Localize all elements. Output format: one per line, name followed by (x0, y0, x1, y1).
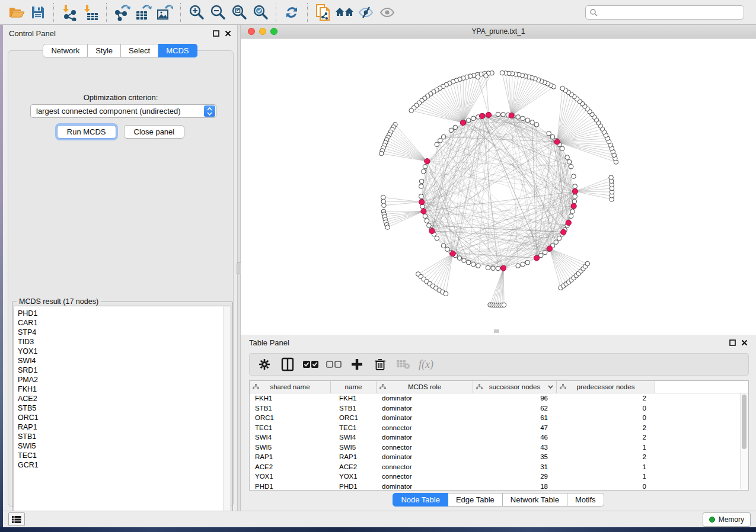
table-row[interactable]: PHD1PHD1dominator180 (250, 482, 748, 492)
tab-edge-table[interactable]: Edge Table (448, 493, 503, 507)
column-header-predecessor-nodes[interactable]: predecessor nodes (557, 381, 655, 393)
float-window-button[interactable] (213, 30, 219, 37)
clear-selection-button[interactable] (325, 355, 343, 373)
table-row[interactable]: TEC1TEC1connector472 (250, 423, 748, 433)
mcds-node-item[interactable]: GCR1 (14, 460, 231, 470)
toolbar-separator (276, 3, 276, 22)
mcds-node-item[interactable]: STB1 (14, 432, 231, 441)
memory-label: Memory (719, 515, 744, 524)
export-image-button[interactable] (154, 2, 176, 23)
export-table-button[interactable] (133, 2, 154, 23)
export-network-button[interactable] (111, 2, 133, 23)
table-row[interactable]: ORC1ORC1dominator610 (250, 413, 748, 423)
tab-select[interactable]: Select (121, 44, 158, 57)
table-row[interactable]: ACE2ACE2connector311 (250, 462, 748, 472)
optimization-criterion-select[interactable]: largest connected component (undirected) (30, 104, 216, 118)
table-scrollbar-thumb[interactable] (742, 395, 747, 449)
tab-network[interactable]: Network (43, 44, 88, 57)
column-header-name[interactable]: name (331, 381, 377, 393)
table-scrollbar-track[interactable] (740, 393, 748, 489)
import-network-icon (62, 4, 77, 21)
column-header-successor-nodes[interactable]: successor nodes (473, 381, 557, 393)
export-table-icon (135, 4, 152, 21)
table-toolbar: f(x) (249, 353, 749, 376)
refresh-button[interactable] (281, 2, 302, 23)
mcds-node-item[interactable]: FKH1 (14, 384, 231, 394)
table-settings-button[interactable] (256, 355, 273, 373)
mcds-node-item[interactable]: SWI4 (14, 356, 231, 366)
mcds-node-item[interactable]: ACE2 (14, 394, 231, 403)
mcds-node-item[interactable]: YOX1 (14, 347, 231, 356)
zoom-out-button[interactable] (207, 2, 228, 23)
list-scrollbar-track[interactable] (223, 306, 231, 521)
open-file-button[interactable] (6, 2, 27, 23)
mcds-node-item[interactable]: TEC1 (14, 451, 231, 460)
mcds-node-item[interactable]: ORC1 (14, 413, 231, 422)
mcds-node-item[interactable]: SWI5 (14, 441, 231, 451)
import-table-button[interactable] (80, 2, 101, 23)
column-header-shared-name[interactable]: shared name (250, 381, 331, 393)
control-panel: Control Panel Optimization criterion: la… (3, 25, 237, 511)
tab-network-table[interactable]: Network Table (503, 493, 567, 507)
mcds-tab-panel: Optimization criterion: largest connecte… (8, 50, 234, 507)
save-floppy-icon (31, 5, 45, 20)
status-bar: Memory (3, 511, 756, 527)
close-panel-pushbutton[interactable]: Close panel (124, 125, 185, 139)
mcds-node-item[interactable]: PHD1 (14, 309, 231, 318)
desktop-wallpaper-left (0, 25, 3, 527)
mcds-node-item[interactable]: TID3 (14, 337, 231, 347)
toolbar-separator (307, 3, 308, 22)
mcds-node-item[interactable]: CAR1 (14, 318, 231, 328)
tab-node-table[interactable]: Node Table (393, 493, 448, 507)
select-stepper-icon (204, 105, 215, 117)
zoom-fit-icon (231, 4, 247, 21)
close-panel-button[interactable] (225, 30, 231, 37)
zoom-fit-button[interactable] (228, 2, 250, 23)
mcds-node-item[interactable]: SRD1 (14, 366, 231, 375)
table-row[interactable]: RAP1RAP1dominator352 (250, 452, 748, 462)
zoom-out-icon (209, 4, 226, 21)
network-canvas[interactable] (241, 39, 756, 335)
table-row[interactable]: SWI5SWI5connector431 (250, 443, 748, 453)
network-window-title: YPA_prune.txt_1 (241, 27, 756, 36)
table-row[interactable]: FKH1FKH1dominator962 (250, 393, 748, 403)
table-row[interactable]: YOX1YOX1connector291 (250, 472, 748, 482)
control-panel-title: Control Panel (9, 29, 56, 38)
export-network-icon (114, 4, 130, 21)
save-button[interactable] (27, 2, 49, 23)
canvas-scroll-nub[interactable] (494, 329, 499, 333)
mcds-node-item[interactable]: STP4 (14, 328, 231, 337)
import-network-button[interactable] (59, 2, 80, 23)
hide-details-button[interactable] (355, 2, 377, 23)
table-row[interactable]: SWI4SWI4dominator462 (250, 432, 748, 443)
close-panel-button[interactable] (741, 339, 748, 346)
select-all-button[interactable] (302, 355, 320, 373)
search-input[interactable] (585, 5, 744, 20)
houses-button[interactable] (334, 2, 355, 23)
column-header-MCDS-role[interactable]: MCDS role (377, 381, 473, 393)
delete-table-column-icon (396, 359, 410, 370)
zoom-selected-button[interactable] (250, 2, 271, 23)
run-mcds-button[interactable]: Run MCDS (57, 125, 116, 139)
memory-button[interactable]: Memory (703, 512, 751, 527)
mcds-node-item[interactable]: STB5 (14, 403, 231, 413)
add-column-button[interactable] (348, 355, 366, 373)
show-column-panel-button[interactable] (279, 355, 296, 373)
zoom-in-button[interactable] (186, 2, 207, 23)
tab-motifs[interactable]: Motifs (567, 493, 604, 507)
clone-network-button[interactable] (312, 2, 334, 23)
table-row[interactable]: STB1STB1dominator620 (250, 403, 748, 414)
search-icon (589, 8, 598, 17)
trash-icon (374, 358, 386, 371)
tab-mcds[interactable]: MCDS (158, 44, 197, 57)
float-window-button[interactable] (729, 339, 736, 346)
task-history-button[interactable] (8, 512, 25, 526)
mcds-node-item[interactable]: PMA2 (14, 375, 231, 384)
delete-button[interactable] (371, 355, 389, 373)
mcds-result-list: PHD1CAR1STP4TID3YOX1SWI4SRD1PMA2FKH1ACE2… (14, 306, 231, 521)
tab-style[interactable]: Style (88, 44, 121, 57)
node-table-header: shared namenameMCDS rolesuccessor nodesp… (250, 381, 748, 393)
mcds-node-item[interactable]: RAP1 (14, 422, 231, 432)
select-all-checkboxes-icon (303, 360, 318, 368)
show-details-button[interactable] (377, 2, 398, 23)
